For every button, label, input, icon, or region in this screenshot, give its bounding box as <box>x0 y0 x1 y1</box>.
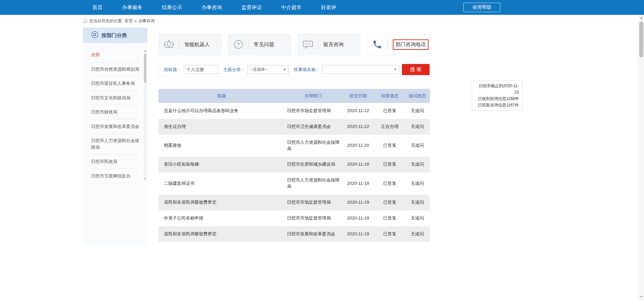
card-divider <box>387 39 388 49</box>
row-reply-status: 已答复 <box>375 172 405 195</box>
category-select-value: --请选择-- <box>250 67 268 72</box>
consult-tab-label: 智能机器人 <box>184 41 210 48</box>
row-department: 日照市发展和改革委员会 <box>285 226 342 242</box>
nav-item-6[interactable]: 中介超市 <box>281 4 301 11</box>
scroll-up-icon[interactable]: ▲ <box>144 49 147 53</box>
row-date: 2020-11-19 <box>342 157 375 172</box>
table-row[interactable]: 二级建造师证书日照市人力资源和社会保障局2020-11-19已答复无追问 <box>158 172 430 195</box>
row-title[interactable]: 准生证办理 <box>158 119 285 135</box>
nav-item-2[interactable]: 办事服务 <box>122 4 142 11</box>
sidebar-scrollbar-thumb[interactable] <box>144 54 146 83</box>
table-row[interactable]: 准生证办理日照市卫生健康委员会2020-11-22正在办理无追问 <box>158 119 430 135</box>
row-title[interactable]: 档案接收 <box>158 135 285 157</box>
consult-tab-label: 常见问题 <box>254 41 274 48</box>
sidebar-item[interactable]: 日照市自然资源和规划局 <box>91 62 139 77</box>
row-department: 日照市市场监督管理局 <box>285 210 342 226</box>
breadcrumb-home-link[interactable]: 首页 <box>124 18 133 24</box>
row-title[interactable]: 居民和非居民供暖收费界定 <box>158 195 285 210</box>
item-name-label: 按事项名称： <box>294 67 320 73</box>
consult-tab-label: 部门咨询电话 <box>393 39 429 50</box>
item-name-select[interactable]: ▼ <box>322 65 399 74</box>
row-department: 日照市市场监督管理局 <box>285 103 342 119</box>
row-department: 日照市人力资源和社会保障局 <box>285 172 342 195</box>
scroll-down-icon[interactable]: ▼ <box>144 177 147 180</box>
row-title[interactable]: 居民和非居民供暖收费界定 <box>158 226 285 242</box>
table-row[interactable]: 莒县什么地方可以办理商品条形码业务日照市市场监督管理局2020-11-22已答复… <box>158 103 430 119</box>
row-followup-status: 无追问 <box>405 135 430 157</box>
row-title[interactable]: 老旧小区加装电梯 <box>158 157 285 172</box>
row-title[interactable]: 二级建造师证书 <box>158 172 285 195</box>
breadcrumb-current: 办事咨询 <box>138 18 154 24</box>
nav-item-7[interactable]: 好差评 <box>321 4 336 11</box>
sidebar-item[interactable]: 全部 <box>91 48 139 62</box>
sidebar-item[interactable]: 日照市财政局 <box>91 105 139 120</box>
row-department: 日照市住房和城乡建设局 <box>285 157 342 172</box>
nav-menu: 首页办事服务结果公示办事咨询监督评议中介超市好差评 <box>0 0 644 15</box>
column-header: 办理部门 <box>285 89 342 103</box>
page-scrollbar-thumb[interactable] <box>639 22 643 57</box>
consult-tab-2[interactable]: ?常见问题 <box>228 34 291 55</box>
scroll-up-icon[interactable]: ▲ <box>639 15 644 21</box>
row-reply-status: 已答复 <box>375 226 405 242</box>
row-reply-status: 已答复 <box>375 195 405 210</box>
sidebar-item[interactable]: 日照市退役军人事务局 <box>91 76 139 91</box>
sidebar-item[interactable]: 日照市民政局 <box>91 155 139 169</box>
top-navigation-bar: 首页办事服务结果公示办事咨询监督评议中介超市好差评 使用帮助 <box>0 0 644 15</box>
consult-tab-3[interactable]: 留言咨询 <box>297 34 360 55</box>
chevron-down-icon: ▼ <box>394 68 397 71</box>
sidebar-scrollbar[interactable]: ▲ ▼ <box>144 49 147 180</box>
category-select[interactable]: --请选择-- ▼ <box>247 65 289 74</box>
table-row[interactable]: 居民和非居民供暖收费界定日照市发展和改革委员会2020-11-19已答复无追问 <box>158 226 430 242</box>
nav-item-4[interactable]: 办事咨询 <box>202 4 222 11</box>
help-button[interactable]: 使用帮助 <box>463 3 500 12</box>
nav-item-5[interactable]: 监督评议 <box>241 4 262 11</box>
row-followup-status: 无追问 <box>405 195 430 210</box>
sidebar-item[interactable]: 日照市人力资源和社会保障局 <box>91 134 139 155</box>
category-label: 主题分类： <box>223 67 245 73</box>
row-date: 2020-11-19 <box>342 226 375 242</box>
sidebar-item[interactable]: 日照市互联网信息办 <box>91 169 139 184</box>
row-date: 2020-11-20 <box>342 135 375 157</box>
consult-tab-1[interactable]: 智能机器人 <box>158 34 222 55</box>
scroll-down-icon[interactable]: ▼ <box>639 294 644 300</box>
nav-item-1[interactable]: 首页 <box>92 4 103 11</box>
row-followup-status: 无追问 <box>405 172 430 195</box>
sidebar-title: 按部门分类 <box>101 32 127 39</box>
stats-line-1: 日照市截止到2020-11-23 <box>475 83 519 96</box>
column-header: 回复状态 <box>375 89 405 103</box>
row-reply-status: 正在办理 <box>375 119 405 135</box>
page-scrollbar[interactable]: ▲ ▼ <box>638 15 644 300</box>
consultation-table: 标题办理部门提交日期回复状态追问状态 莒县什么地方可以办理商品条形码业务日照市市… <box>158 89 430 242</box>
table-row[interactable]: 居民和非居民供暖收费界定日照市市场监督管理局2020-11-19已答复无追问 <box>158 195 430 210</box>
sidebar-item[interactable]: 日照市发展和改革委员会 <box>91 120 139 134</box>
row-title[interactable]: 外资子公司名称申报 <box>158 210 285 226</box>
title-search-input[interactable] <box>184 65 218 74</box>
card-divider <box>248 39 249 49</box>
consult-tab-label: 留言咨询 <box>323 41 344 48</box>
search-bar: 按标题： 主题分类： --请选择-- ▼ 按事项名称： ▼ 搜 索 <box>158 62 430 77</box>
row-date: 2020-11-19 <box>342 195 375 210</box>
table-row[interactable]: 老旧小区加装电梯日照市住房和城乡建设局2020-11-19已答复无追问 <box>158 157 430 172</box>
row-date: 2020-11-22 <box>342 103 375 119</box>
sidebar-item[interactable]: 日照市文化和旅游局 <box>91 91 139 105</box>
chevron-down-icon: ▼ <box>283 68 286 71</box>
svg-text:?: ? <box>237 42 240 47</box>
nav-item-3[interactable]: 结果公示 <box>162 4 182 11</box>
search-button[interactable]: 搜 索 <box>402 64 430 75</box>
title-search-label: 按标题： <box>164 67 181 73</box>
card-divider <box>179 39 179 49</box>
row-date: 2020-11-19 <box>342 210 375 226</box>
row-title[interactable]: 莒县什么地方可以办理商品条形码业务 <box>158 103 285 119</box>
row-reply-status: 已答复 <box>375 210 405 226</box>
row-followup-status: 无追问 <box>405 226 430 242</box>
row-date: 2020-11-19 <box>342 172 375 195</box>
row-followup-status: 无追问 <box>405 119 430 135</box>
table-row[interactable]: 档案接收日照市人力资源和社会保障局2020-11-20已答复无追问 <box>158 135 430 157</box>
department-list: 全部日照市自然资源和规划局日照市退役军人事务局日照市文化和旅游局日照市财政局日照… <box>91 48 139 183</box>
row-followup-status: 无追问 <box>405 103 430 119</box>
consultation-stats-box: 日照市截止到2020-11-23 已收到咨询信息1168件 已回复咨询信息116… <box>472 80 522 111</box>
breadcrumb-separator: > <box>134 19 137 24</box>
consult-tab-4[interactable]: 部门咨询电话 <box>367 34 430 55</box>
breadcrumb: 您当前所在的位置: 首页 > 办事咨询 <box>83 18 154 24</box>
table-row[interactable]: 外资子公司名称申报日照市市场监督管理局2020-11-19已答复无追问 <box>158 210 430 226</box>
